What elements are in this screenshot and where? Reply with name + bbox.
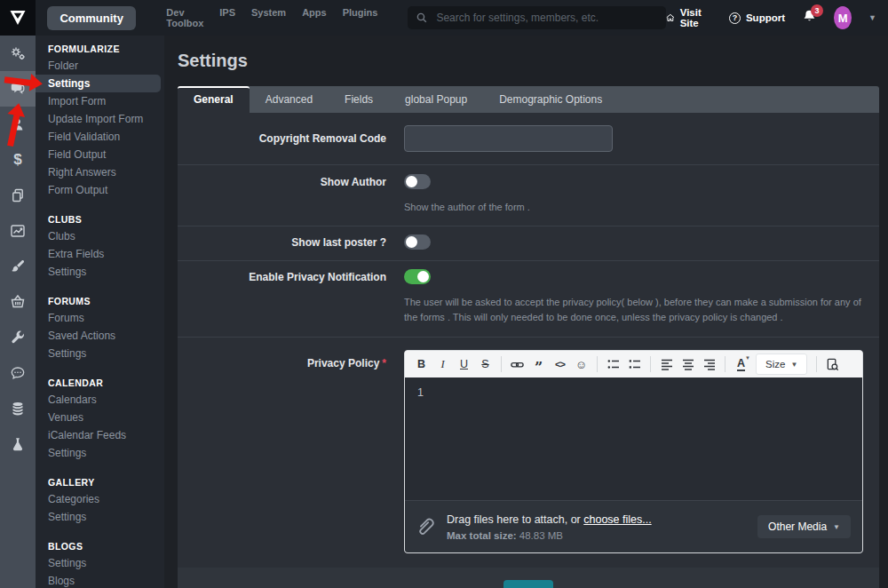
paperclip-icon [416, 515, 435, 538]
bulleted-list-button[interactable] [603, 354, 623, 374]
copyright-removal-code-input[interactable] [404, 125, 613, 152]
sidebar-item-settings[interactable]: Settings [36, 75, 161, 92]
other-media-button[interactable]: Other Media ▼ [757, 515, 851, 538]
align-left-button[interactable] [656, 354, 677, 374]
rail-item-lab[interactable] [0, 426, 36, 462]
drag-files-text: Drag files here to attach, or [447, 513, 583, 526]
sidebar-item-form-output[interactable]: Form Output [36, 181, 164, 199]
text-color-button[interactable]: A ▼ [731, 354, 751, 374]
font-size-dropdown[interactable]: Size ▼ [756, 354, 807, 375]
tab-demographic-options[interactable]: Demographic Options [483, 86, 618, 113]
max-size-text: Max total size: 48.83 MB [447, 530, 652, 541]
admin-cp-window: Community Dev Toolbox IPS System Apps Pl… [0, 0, 888, 588]
sidebar-item-import-form[interactable]: Import Form [36, 92, 164, 110]
text-color-letter: A [737, 358, 745, 371]
rail-item-pages[interactable] [0, 178, 36, 213]
toggle-knob [406, 176, 417, 187]
align-right-button[interactable] [699, 354, 719, 374]
code-button[interactable]: <> [550, 354, 570, 374]
link-button[interactable] [507, 354, 527, 374]
enable-privacy-notification-toggle[interactable] [404, 269, 431, 284]
bold-button[interactable]: B [411, 354, 432, 374]
max-size-value: 48.83 MB [519, 530, 563, 541]
sidebar-item-icalendar-feeds[interactable]: iCalendar Feeds [36, 426, 164, 444]
sidebar-item-saved-actions[interactable]: Saved Actions [36, 327, 164, 345]
sidebar-item-venues[interactable]: Venues [36, 409, 164, 426]
underline-button[interactable]: U [454, 354, 474, 374]
notifications-button[interactable]: 3 [802, 9, 817, 27]
tab-global-popup[interactable]: global Popup [389, 86, 483, 113]
avatar[interactable]: M [834, 6, 852, 29]
sidebar-item-field-output[interactable]: Field Output [36, 146, 164, 163]
sidebar-item-clubs[interactable]: Clubs [36, 227, 164, 245]
visit-site-link[interactable]: Visit Site [666, 7, 712, 28]
toolbar-separator [650, 356, 651, 372]
sidebar-item-blogs-settings[interactable]: Settings [36, 554, 164, 572]
invision-logo[interactable] [0, 0, 36, 36]
settings-tabs: General Advanced Fields global Popup Dem… [178, 86, 879, 113]
max-size-label: Max total size: [447, 530, 517, 541]
rail-item-databases[interactable] [0, 391, 36, 426]
tab-advanced[interactable]: Advanced [250, 86, 329, 113]
nav-dev-toolbox[interactable]: Dev Toolbox [164, 4, 205, 32]
caret-down-icon: ▼ [833, 523, 840, 531]
sidebar-item-forums-settings[interactable]: Settings [36, 345, 164, 362]
section-title-formularize: FORMULARIZE [36, 41, 164, 57]
rail-item-developer-tools[interactable] [0, 320, 36, 355]
community-button[interactable]: Community [47, 6, 136, 30]
align-center-button[interactable] [678, 354, 698, 374]
form-footer: Save [178, 568, 879, 588]
sidebar-item-categories[interactable]: Categories [36, 490, 164, 508]
sidebar-item-blogs[interactable]: Blogs [36, 572, 164, 588]
italic-button[interactable]: I [432, 354, 453, 374]
sidebar-item-clubs-settings[interactable]: Settings [36, 263, 164, 281]
tab-general[interactable]: General [178, 86, 250, 113]
sidebar-item-extra-fields[interactable]: Extra Fields [36, 245, 164, 263]
rail-item-customization[interactable] [0, 249, 36, 284]
support-link[interactable]: ? Support [729, 12, 785, 24]
rail-item-feedback[interactable] [0, 355, 36, 391]
nav-plugins[interactable]: Plugins [341, 4, 380, 32]
strikethrough-button[interactable]: S [475, 354, 496, 374]
show-last-poster-toggle[interactable] [404, 234, 431, 250]
support-label: Support [746, 12, 785, 23]
nav-apps[interactable]: Apps [300, 4, 329, 32]
save-button[interactable]: Save [503, 580, 553, 588]
arrow-shaft [7, 114, 20, 147]
section-title-calendar: CALENDAR [36, 375, 164, 391]
attachment-area[interactable]: Drag files here to attach, or choose fil… [405, 500, 862, 552]
rail-item-stats[interactable] [0, 213, 36, 249]
align-center-icon [682, 358, 694, 370]
sidebar-item-right-answers[interactable]: Right Answers [36, 163, 164, 181]
sidebar-item-update-import-form[interactable]: Update Import Form [36, 110, 164, 128]
nav-system[interactable]: System [250, 4, 288, 32]
sidebar-section-formularize: FORMULARIZE Folder Settings Import Form … [36, 41, 164, 199]
rail-item-marketplace[interactable] [0, 284, 36, 320]
rail-item-system-settings[interactable] [0, 36, 36, 71]
nav-ips[interactable]: IPS [218, 4, 237, 32]
account-menu-caret-icon[interactable]: ▼ [868, 13, 876, 22]
sidebar-item-folder[interactable]: Folder [36, 57, 164, 75]
sidebar-item-calendars[interactable]: Calendars [36, 391, 164, 409]
show-author-toggle[interactable] [404, 174, 431, 189]
search-icon [416, 12, 427, 23]
align-right-icon [703, 358, 716, 370]
sidebar-item-field-validation[interactable]: Field Validation [36, 128, 164, 146]
main-content: Settings General Advanced Fields global … [164, 36, 888, 588]
sidebar-item-calendar-settings[interactable]: Settings [36, 444, 164, 462]
editor-content-area[interactable]: 1 [405, 377, 862, 500]
preview-button[interactable] [822, 354, 843, 374]
choose-files-link[interactable]: choose files... [583, 513, 651, 526]
numbered-list-button[interactable] [624, 354, 645, 374]
admin-search[interactable] [408, 6, 666, 29]
tab-fields[interactable]: Fields [329, 86, 389, 113]
sidebar-item-gallery-settings[interactable]: Settings [36, 508, 164, 526]
visit-site-label: Visit Site [680, 7, 712, 28]
show-last-poster-label: Show last poster ? [178, 234, 386, 253]
quote-button[interactable]: ” [528, 354, 549, 374]
sidebar-item-forums[interactable]: Forums [36, 309, 164, 327]
search-input[interactable] [434, 11, 657, 25]
toolbar-separator [597, 356, 598, 372]
emoji-button[interactable]: ☺ [571, 354, 591, 374]
caret-down-icon: ▼ [745, 355, 750, 361]
